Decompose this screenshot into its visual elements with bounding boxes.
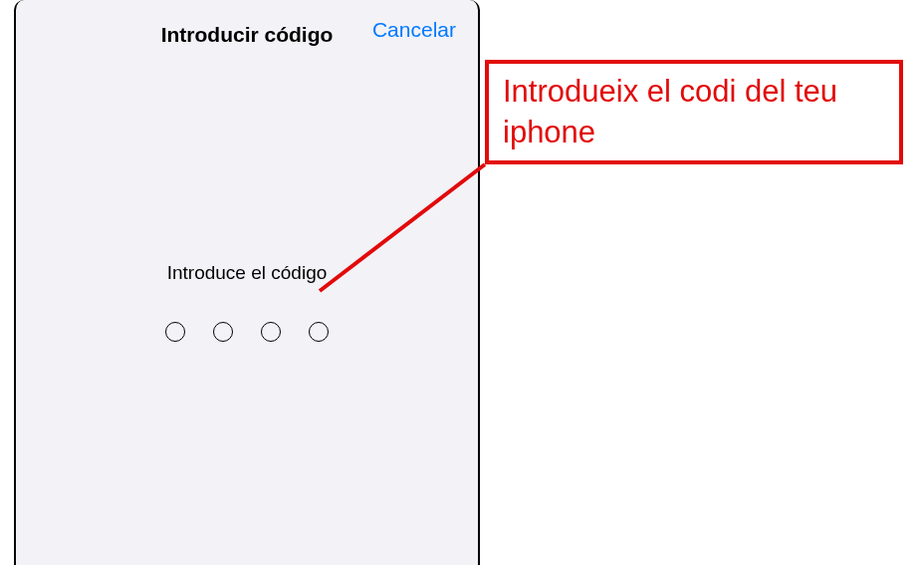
passcode-dot <box>165 322 185 342</box>
modal-title: Introducir código <box>161 23 334 47</box>
passcode-dot <box>213 322 233 342</box>
cancel-button[interactable]: Cancelar <box>372 18 456 42</box>
passcode-dot <box>309 322 329 342</box>
modal-content: Introduce el código <box>16 58 478 342</box>
passcode-input[interactable] <box>165 322 329 342</box>
annotation-text: Introdueix el codi del teu iphone <box>503 72 885 152</box>
phone-modal-frame: Introducir código Cancelar Introduce el … <box>14 0 480 565</box>
modal-header: Introducir código Cancelar <box>16 0 478 58</box>
passcode-prompt: Introduce el código <box>167 262 328 284</box>
annotation-callout: Introdueix el codi del teu iphone <box>485 60 903 164</box>
passcode-dot <box>261 322 281 342</box>
